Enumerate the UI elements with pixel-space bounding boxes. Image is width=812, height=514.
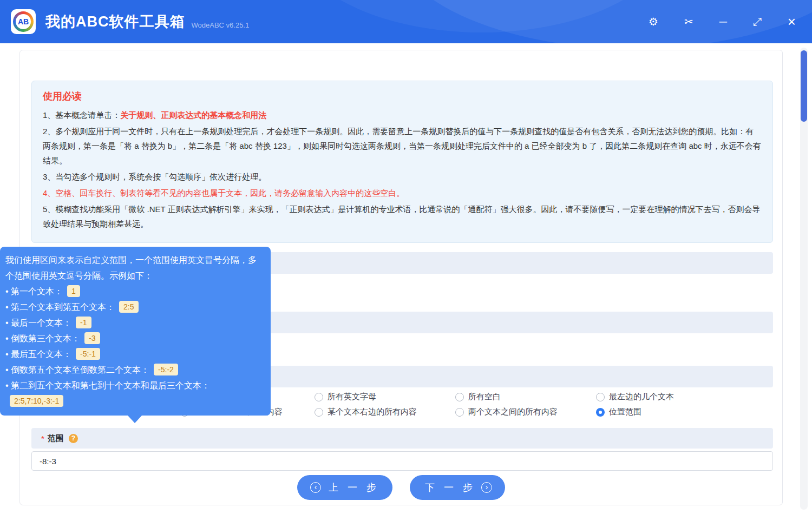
- radio-icon[interactable]: [315, 408, 323, 417]
- minimize-icon[interactable]: ─: [719, 16, 727, 27]
- tooltip-intro: 我们使用区间来表示自定义范围，一个范围使用英文冒号分隔，多个范围使用英文逗号分隔…: [5, 252, 264, 284]
- option-right-of-text[interactable]: 某个文本右边的所有内容: [315, 407, 417, 417]
- tooltip-example-value: 2:5: [119, 301, 138, 313]
- tooltip-example-label: 倒数第三个文本：: [11, 334, 80, 343]
- required-asterisk: *: [41, 434, 44, 443]
- tooltip-example-value: -3: [84, 332, 100, 344]
- scrollbar-thumb[interactable]: [801, 50, 807, 122]
- range-help-tooltip: 我们使用区间来表示自定义范围，一个范围使用英文冒号分隔，多个范围使用英文逗号分隔…: [0, 247, 271, 416]
- range-input[interactable]: [31, 451, 773, 471]
- option-all-whitespace[interactable]: 所有空白: [455, 392, 501, 402]
- tooltip-example: 最后五个文本：-5:-1: [5, 346, 264, 362]
- app-logo: AB: [11, 9, 36, 34]
- radio-icon[interactable]: [315, 393, 323, 401]
- notice-item-1: 1、基本概念请单击：关于规则、正则表达式的基本概念和用法: [43, 108, 762, 122]
- option-label: 所有英文字母: [328, 392, 376, 402]
- tooltip-example: 第一个文本：1: [5, 284, 264, 299]
- option-between-texts[interactable]: 两个文本之间的所有内容: [455, 407, 558, 417]
- step-buttons: ‹ 上 一 步 下 一 步 ›: [20, 475, 782, 500]
- option-leftmost-texts[interactable]: 最左边的几个文本: [596, 392, 674, 402]
- tooltip-example-label: 第二到五个文本和第七到十个文本和最后三个文本：: [11, 381, 210, 390]
- usage-notice-box: 使用必读 1、基本概念请单击：关于规则、正则表达式的基本概念和用法 2、多个规则…: [31, 81, 773, 243]
- help-question-icon[interactable]: ?: [69, 434, 78, 443]
- tooltip-example-value: -1: [76, 317, 91, 328]
- notice-item-4: 4、空格、回车换行、制表符等看不见的内容也属于文本，因此，请务必留意输入内容中的…: [43, 186, 762, 200]
- notice-item-5: 5、模糊查找功能采用「微软 .NET 正则表达式解析引擎」来实现，「正则表达式」…: [43, 202, 762, 231]
- scissors-icon[interactable]: ✂: [684, 16, 693, 27]
- tooltip-example-label: 倒数第五个文本至倒数第二个文本：: [11, 365, 149, 374]
- radio-icon[interactable]: [596, 393, 605, 401]
- circle-arrow-left-icon: ‹: [310, 482, 321, 493]
- tooltip-example-value: -5:-2: [154, 364, 178, 375]
- next-step-label: 下 一 步: [425, 481, 476, 494]
- option-label: 位置范围: [609, 407, 641, 417]
- close-icon[interactable]: ×: [788, 15, 796, 29]
- radio-icon[interactable]: [455, 408, 464, 417]
- option-label: 两个文本之间的所有内容: [468, 407, 558, 417]
- previous-step-button[interactable]: ‹ 上 一 步: [297, 475, 392, 500]
- tooltip-example-label: 第二个文本到第五个文本：: [11, 302, 115, 312]
- notice-item-1-prefix: 1、基本概念请单击：: [43, 110, 120, 120]
- settings-gear-icon[interactable]: ⚙: [649, 16, 658, 27]
- radio-selected-icon[interactable]: [596, 408, 605, 417]
- title-bar: AB 我的ABC软件工具箱 WodeABC v6.25.1 ⚙ ✂ ─ ⤢ ×: [0, 0, 812, 43]
- option-position-range[interactable]: 位置范围: [596, 407, 641, 417]
- app-title: 我的ABC软件工具箱: [45, 12, 185, 31]
- notice-item-2: 2、多个规则应用于同一文件时，只有在上一条规则处理完后，才会处理下一条规则。因此…: [43, 124, 762, 168]
- tooltip-example-value: -5:-1: [76, 348, 100, 360]
- tooltip-example: 最后一个文本：-1: [5, 315, 264, 331]
- option-label: 某个文本右边的所有内容: [328, 407, 417, 417]
- tooltip-example-value: 2:5,7:10,-3:-1: [10, 395, 63, 407]
- range-label: 范围: [48, 433, 64, 444]
- range-field-header: * 范围 ?: [31, 428, 773, 449]
- tooltip-example: 倒数第五个文本至倒数第二个文本：-5:-2: [5, 362, 264, 378]
- next-step-button[interactable]: 下 一 步 ›: [410, 475, 505, 500]
- notice-item-3: 3、当勾选多个规则时，系统会按「勾选顺序」依次进行处理。: [43, 169, 762, 184]
- tooltip-example-label: 最后一个文本：: [11, 318, 71, 327]
- notice-title: 使用必读: [43, 90, 762, 103]
- window-controls: ⚙ ✂ ─ ⤢ ×: [649, 15, 796, 29]
- tooltip-example: 第二到五个文本和第七到十个文本和最后三个文本：2:5,7:10,-3:-1: [5, 378, 264, 409]
- resize-icon[interactable]: ⤢: [753, 16, 762, 27]
- option-label: 最左边的几个文本: [609, 392, 674, 402]
- circle-arrow-right-icon: ›: [481, 482, 492, 493]
- tooltip-example-label: 最后五个文本：: [11, 350, 71, 359]
- tooltip-example-label: 第一个文本：: [11, 287, 63, 296]
- option-label: 所有空白: [468, 392, 501, 402]
- scrollbar-track[interactable]: [800, 48, 808, 510]
- tooltip-example: 倒数第三个文本：-3: [5, 331, 264, 346]
- logo-text: AB: [16, 14, 31, 29]
- previous-step-label: 上 一 步: [329, 481, 379, 494]
- tooltip-example-value: 1: [67, 285, 80, 297]
- notice-concepts-link[interactable]: 关于规则、正则表达式的基本概念和用法: [120, 110, 266, 120]
- logo-ring: AB: [13, 11, 34, 32]
- option-all-english-letters[interactable]: 所有英文字母: [315, 392, 376, 402]
- app-version: WodeABC v6.25.1: [192, 21, 250, 29]
- tooltip-example: 第二个文本到第五个文本：2:5: [5, 299, 264, 315]
- radio-icon[interactable]: [455, 393, 464, 401]
